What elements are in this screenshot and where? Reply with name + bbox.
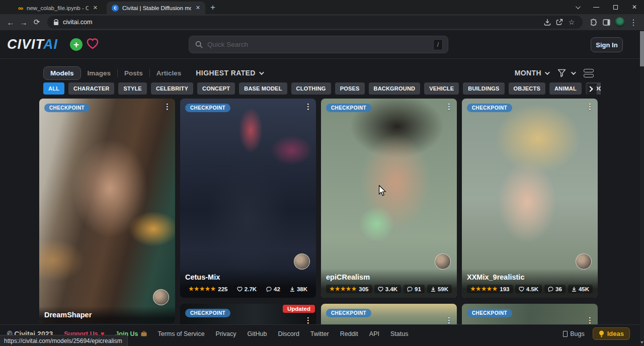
footer-link-github[interactable]: GitHub [248, 330, 267, 337]
content-type-tabs: Models Images Posts Articles [43, 66, 188, 80]
nav-row: Models Images Posts Articles HIGHEST RAT… [0, 65, 644, 80]
card-overlay: XXMix_9realistic ★★★★★193 4.5K 36 45K [462, 269, 598, 298]
sign-in-button[interactable]: Sign In [591, 37, 623, 52]
footer-link-reddit[interactable]: Reddit [340, 330, 358, 337]
layout-toggle-icon[interactable] [584, 69, 594, 77]
footer-right: Bugs Ideas [563, 327, 630, 340]
stat-pills: 2.7K 42 38K [233, 285, 311, 293]
side-panel-icon[interactable] [600, 16, 613, 29]
tab-strip: ∞ new_colab_file.ipynb - Colaborat ✕ c C… [0, 0, 644, 14]
period-dropdown[interactable]: MONTH [515, 69, 548, 77]
forward-icon[interactable]: → [17, 16, 30, 29]
checkpoint-badge: CHECKPOINT [326, 309, 371, 317]
tab-images[interactable]: Images [81, 67, 118, 79]
creator-avatar[interactable] [435, 253, 451, 270]
footer-link-api[interactable]: API [369, 330, 379, 337]
tab-models[interactable]: Models [43, 66, 81, 80]
chip-concept[interactable]: CONCEPT [197, 82, 235, 95]
window-maximize-button[interactable] [606, 0, 625, 14]
tab-close-icon[interactable]: ✕ [195, 5, 201, 11]
tab-title: Civitai | Stable Diffusion models, [122, 5, 191, 11]
footer-link-discord[interactable]: Discord [278, 330, 299, 337]
card-menu-icon[interactable]: ⋮ [586, 102, 594, 111]
card-menu-icon[interactable]: ⋮ [445, 102, 453, 111]
downloads-pill: 45K [568, 285, 593, 293]
tab-colab[interactable]: ∞ new_colab_file.ipynb - Colaborat ✕ [13, 2, 103, 14]
chip-all[interactable]: ALL [43, 82, 64, 95]
back-icon[interactable]: ← [4, 16, 17, 29]
chevron-down-icon[interactable] [571, 70, 576, 75]
lock-icon[interactable] [53, 19, 59, 26]
card-menu-icon[interactable]: ⋮ [304, 102, 312, 111]
status-url-tooltip: https://civitai.com/models/25694/epicrea… [0, 335, 128, 346]
tab-civitai[interactable]: c Civitai | Stable Diffusion models, ✕ [107, 2, 205, 14]
civitai-logo[interactable]: CIVITAI [7, 37, 58, 52]
creator-avatar[interactable] [294, 253, 310, 270]
card-column: CHECKPOINT ⋮ DreamShaper [39, 99, 175, 334]
ideas-button[interactable]: Ideas [593, 327, 630, 340]
chip-base-model[interactable]: BASE MODEL [239, 82, 287, 95]
address-bar[interactable]: civitai.com ☆ [47, 16, 583, 29]
chip-character[interactable]: CHARACTER [68, 82, 114, 95]
footer-link-privacy[interactable]: Privacy [216, 330, 236, 337]
creator-avatar[interactable] [576, 253, 592, 270]
comments-pill: 91 [404, 285, 425, 293]
downloads-pill: 59K [427, 285, 452, 293]
chip-objects[interactable]: OBJECTS [509, 82, 545, 95]
share-icon[interactable] [553, 16, 566, 28]
model-cards-grid: CHECKPOINT ⋮ DreamShaper CHECKPOINT ⋮ Ce… [39, 99, 598, 334]
scrollbar-down-arrow-icon[interactable] [640, 340, 644, 345]
sort-label: HIGHEST RATED [196, 69, 256, 77]
model-card-cetus-mix[interactable]: CHECKPOINT ⋮ Cetus-Mix ★★★★★225 2.7K 42 … [180, 99, 316, 298]
creator-avatar[interactable] [153, 289, 169, 305]
model-card-epicrealism[interactable]: CHECKPOINT ⋮ epiCRealism ★★★★★305 3.4K 9… [321, 99, 457, 298]
rating-pill: ★★★★★225 [185, 285, 231, 293]
chips-scroll-right-icon[interactable] [584, 83, 597, 95]
card-menu-icon[interactable]: ⋮ [586, 316, 594, 325]
chip-clothing[interactable]: CLOTHING [291, 82, 331, 95]
window-close-button[interactable]: ✕ [625, 0, 644, 14]
page-scrollbar[interactable] [640, 30, 644, 346]
stars-icon: ★★★★★ [330, 286, 357, 292]
card-menu-icon[interactable]: ⋮ [304, 316, 312, 325]
browser-menu-icon[interactable]: ⋮ [627, 16, 640, 29]
filter-funnel-icon[interactable] [557, 69, 566, 77]
logo-ai-text: AI [43, 37, 58, 52]
window-minimize-button[interactable]: — [587, 0, 606, 14]
browser-window: ∞ new_colab_file.ipynb - Colaborat ✕ c C… [0, 0, 644, 346]
favorites-heart-icon[interactable] [86, 38, 99, 50]
sort-dropdown[interactable]: HIGHEST RATED [196, 69, 263, 77]
bookmark-star-icon[interactable]: ☆ [566, 16, 578, 28]
chip-celebrity[interactable]: CELEBRITY [151, 82, 193, 95]
hearts-pill: 4.5K [515, 285, 542, 293]
model-card-dreamshaper[interactable]: CHECKPOINT ⋮ DreamShaper [39, 99, 175, 323]
chip-style[interactable]: STYLE [118, 82, 146, 95]
tab-search-icon[interactable] [568, 0, 587, 14]
download-page-icon[interactable] [541, 16, 553, 28]
new-tab-button[interactable]: + [210, 3, 215, 13]
chip-buildings[interactable]: BUILDINGS [463, 82, 504, 95]
bugs-link[interactable]: Bugs [563, 330, 585, 337]
footer-link-terms[interactable]: Terms of Service [158, 330, 205, 337]
updated-badge: Updated [283, 305, 315, 313]
search-input[interactable]: Quick Search / [189, 36, 448, 53]
model-card-xxmix[interactable]: CHECKPOINT ⋮ XXMix_9realistic ★★★★★193 4… [462, 99, 598, 298]
downloads-pill: 38K [286, 285, 311, 293]
browser-profile-avatar[interactable] [615, 17, 625, 27]
create-plus-button[interactable]: + [70, 38, 83, 51]
extensions-puzzle-icon[interactable] [587, 16, 600, 29]
tab-close-icon[interactable]: ✕ [92, 5, 99, 11]
chip-animal[interactable]: ANIMAL [549, 82, 582, 95]
card-menu-icon[interactable]: ⋮ [164, 102, 171, 111]
footer-link-status[interactable]: Status [390, 330, 408, 337]
reload-icon[interactable]: ⟳ [30, 16, 43, 29]
chip-poses[interactable]: POSES [335, 82, 365, 95]
colab-favicon-icon: ∞ [18, 5, 23, 12]
scrollbar-thumb[interactable] [640, 31, 644, 66]
tab-posts[interactable]: Posts [118, 67, 149, 79]
chip-vehicle[interactable]: VEHICLE [424, 82, 459, 95]
tab-articles[interactable]: Articles [150, 67, 188, 79]
card-menu-icon[interactable]: ⋮ [445, 316, 453, 325]
footer-link-twitter[interactable]: Twitter [310, 330, 329, 337]
chip-background[interactable]: BACKGROUND [369, 82, 421, 95]
